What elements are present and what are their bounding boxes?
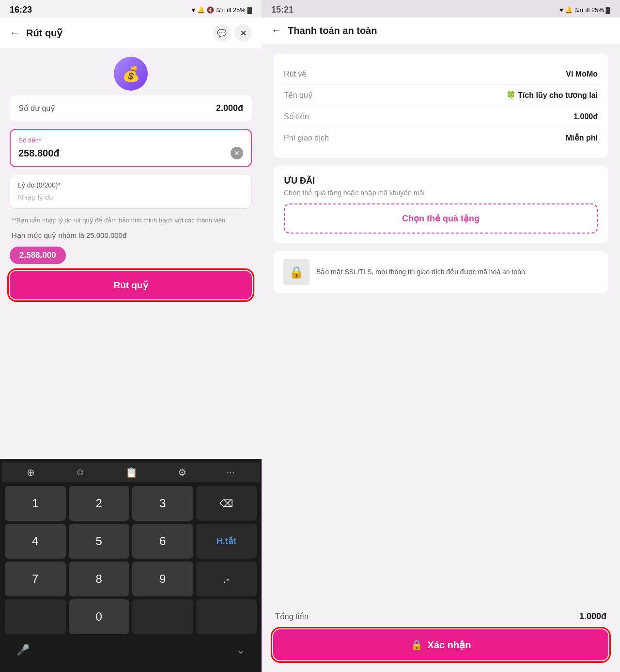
- key-0[interactable]: 0: [69, 599, 130, 634]
- limit-text: Hạn mức quỹ nhóm là 25.000.000đ: [10, 231, 252, 240]
- clear-amount-button[interactable]: ✕: [231, 147, 243, 159]
- rut-ve-row: Rút về Ví MoMo: [284, 63, 598, 85]
- key-row-3: 7 8 9 .-: [5, 562, 257, 596]
- amount-input-section[interactable]: Số tiền* ✕: [10, 129, 252, 167]
- key-row-4: 0: [5, 599, 257, 634]
- kb-more-icon[interactable]: ···: [227, 467, 235, 478]
- status-icons-left: ♥ 🔔 🔇 ≋ıı ıll 25% ▓: [192, 6, 252, 14]
- page-title-right: Thanh toán an toàn: [288, 25, 377, 36]
- phi-gd-value: Miễn phí: [566, 133, 598, 142]
- kb-plus-icon[interactable]: ⊕: [27, 467, 35, 478]
- rut-ve-label: Rút về: [284, 69, 307, 78]
- lock-icon: 🔒: [411, 639, 423, 651]
- balance-value: 2.000đ: [216, 103, 243, 113]
- info-card: Rút về Ví MoMo Tên quỹ 🍀 Tích lũy cho tư…: [273, 54, 608, 158]
- key-2[interactable]: 2: [69, 486, 130, 521]
- key-7[interactable]: 7: [5, 562, 66, 596]
- key-8[interactable]: 8: [69, 562, 130, 596]
- reason-placeholder: Nhập lý do: [18, 193, 53, 201]
- content-area-left: 💰 Số dư quỹ 2.000đ Số tiền* ✕ Lý do (0/2…: [0, 49, 262, 459]
- so-tien-row: Số tiền 1.000đ: [284, 106, 598, 127]
- xac-nhan-label: Xác nhận: [428, 639, 471, 651]
- total-row: Tổng tiền 1.000đ: [273, 611, 608, 622]
- key-empty-far: [196, 599, 257, 634]
- key-empty-right: [132, 599, 193, 634]
- left-panel: 16:23 ♥ 🔔 🔇 ≋ıı ıll 25% ▓ ← Rút quỹ 💬 ✕ …: [0, 0, 262, 672]
- key-1[interactable]: 1: [5, 486, 66, 521]
- rut-ve-value: Ví MoMo: [566, 70, 598, 78]
- chon-the-button[interactable]: Chọn thẻ quà tặng: [284, 203, 598, 234]
- key-backspace[interactable]: ⌫: [196, 486, 257, 521]
- uu-dai-section: ƯU ĐÃI Chọn thẻ quà tặng hoặc nhập mã kh…: [273, 166, 608, 243]
- nav-bar-right: ← Thanh toán an toàn: [262, 17, 620, 44]
- page-title-left: Rút quỹ: [26, 27, 207, 39]
- right-panel: 15:21 ♥ 🔔 ≋ıı ıll 25% ▓ ← Thanh toán an …: [262, 0, 620, 672]
- status-time-left: 16:23: [10, 5, 32, 15]
- amount-chip[interactable]: 2.588.000: [10, 247, 252, 271]
- key-9[interactable]: 9: [132, 562, 193, 596]
- ten-quy-value: 🍀 Tích lũy cho tương lai: [506, 91, 598, 100]
- status-icons-right: ♥ 🔔 ≋ıı ıll 25% ▓: [559, 6, 610, 14]
- amount-label: Số tiền*: [18, 137, 243, 144]
- key-dot-dash[interactable]: .-: [196, 562, 257, 596]
- security-shield-icon: 🔒: [283, 259, 310, 285]
- back-button-right[interactable]: ←: [271, 24, 282, 37]
- microphone-icon[interactable]: 🎤: [16, 644, 30, 656]
- chat-button[interactable]: 💬: [213, 24, 231, 42]
- keyboard-area: ⊕ ☺ 📋 ⚙ ··· 1 2 3 ⌫ 4 5 6 H.tắt 7 8: [0, 459, 262, 672]
- security-text: Bảo mật SSL/TLS, mọi thông tin giao dịch…: [316, 267, 527, 277]
- reason-section[interactable]: Lý do (0/200)* Nhập lý do: [10, 174, 252, 209]
- ten-quy-row: Tên quỹ 🍀 Tích lũy cho tương lai: [284, 85, 598, 106]
- back-button-left[interactable]: ←: [10, 27, 20, 39]
- right-content: Rút về Ví MoMo Tên quỹ 🍀 Tích lũy cho tư…: [262, 44, 620, 604]
- status-bar-right: 15:21 ♥ 🔔 ≋ıı ıll 25% ▓: [262, 0, 620, 17]
- kb-clipboard-icon[interactable]: 📋: [125, 467, 138, 478]
- total-label: Tổng tiền: [275, 612, 309, 621]
- amount-field[interactable]: [18, 148, 231, 159]
- uu-dai-title: ƯU ĐÃI: [284, 175, 598, 186]
- ten-quy-label: Tên quỹ: [284, 91, 312, 100]
- key-4[interactable]: 4: [5, 524, 66, 559]
- key-empty-left: [5, 599, 66, 634]
- warning-text: **Bạn cần nhập lý do rút quỹ để đảm bảo …: [10, 216, 252, 225]
- rut-quy-button[interactable]: Rút quỹ: [10, 271, 252, 299]
- bottom-section-right: Tổng tiền 1.000đ 🔒 Xác nhận: [262, 604, 620, 672]
- balance-row: Số dư quỹ 2.000đ: [10, 95, 252, 121]
- security-badge: 🔒 Bảo mật SSL/TLS, mọi thông tin giao dị…: [273, 251, 608, 293]
- so-tien-label: Số tiền: [284, 112, 309, 121]
- phi-gd-row: Phí giao dịch Miễn phí: [284, 127, 598, 148]
- so-tien-value: 1.000đ: [574, 112, 598, 121]
- amount-input-row: ✕: [18, 147, 243, 159]
- key-row-2: 4 5 6 H.tắt: [5, 524, 257, 559]
- keyboard-toolbar: ⊕ ☺ 📋 ⚙ ···: [2, 463, 260, 482]
- bottom-bar-left: 🎤 ⌄: [2, 638, 260, 662]
- chevron-down-icon[interactable]: ⌄: [236, 644, 245, 656]
- fund-icon: 💰: [114, 57, 148, 91]
- uu-dai-subtitle: Chọn thẻ quà tặng hoặc nhập mã khuyến mã…: [284, 189, 598, 197]
- nav-actions-left: 💬 ✕: [213, 24, 252, 42]
- phi-gd-label: Phí giao dịch: [284, 133, 329, 142]
- key-5[interactable]: 5: [69, 524, 130, 559]
- reason-label: Lý do (0/200)*: [18, 181, 244, 189]
- total-value: 1.000đ: [579, 611, 606, 622]
- amount-chip-value: 2.588.000: [10, 247, 66, 264]
- kb-emoji-icon[interactable]: ☺: [75, 467, 85, 478]
- status-time-right: 15:21: [271, 5, 294, 15]
- key-6[interactable]: 6: [132, 524, 193, 559]
- key-3[interactable]: 3: [132, 486, 193, 521]
- status-bar-left: 16:23 ♥ 🔔 🔇 ≋ıı ıll 25% ▓: [0, 0, 262, 17]
- fund-icon-container: 💰: [10, 57, 252, 91]
- key-row-1: 1 2 3 ⌫: [5, 486, 257, 521]
- close-button-left[interactable]: ✕: [234, 24, 252, 42]
- nav-bar-left: ← Rút quỹ 💬 ✕: [0, 17, 262, 49]
- balance-label: Số dư quỹ: [18, 104, 55, 113]
- kb-gear-icon[interactable]: ⚙: [178, 467, 186, 478]
- keyboard-rows: 1 2 3 ⌫ 4 5 6 H.tắt 7 8 9 .- 0: [2, 482, 260, 638]
- xac-nhan-button[interactable]: 🔒 Xác nhận: [273, 629, 608, 660]
- key-httat[interactable]: H.tắt: [196, 524, 257, 559]
